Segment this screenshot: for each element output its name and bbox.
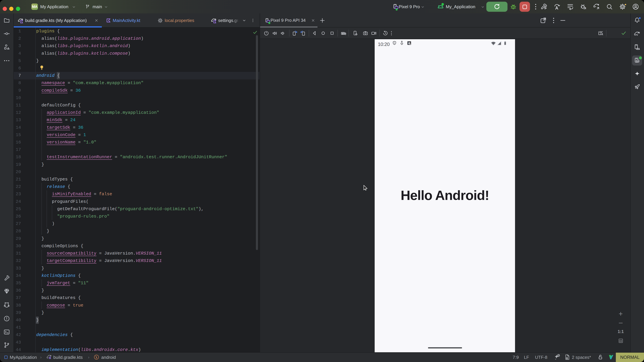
svg-text:A: A <box>408 42 410 44</box>
